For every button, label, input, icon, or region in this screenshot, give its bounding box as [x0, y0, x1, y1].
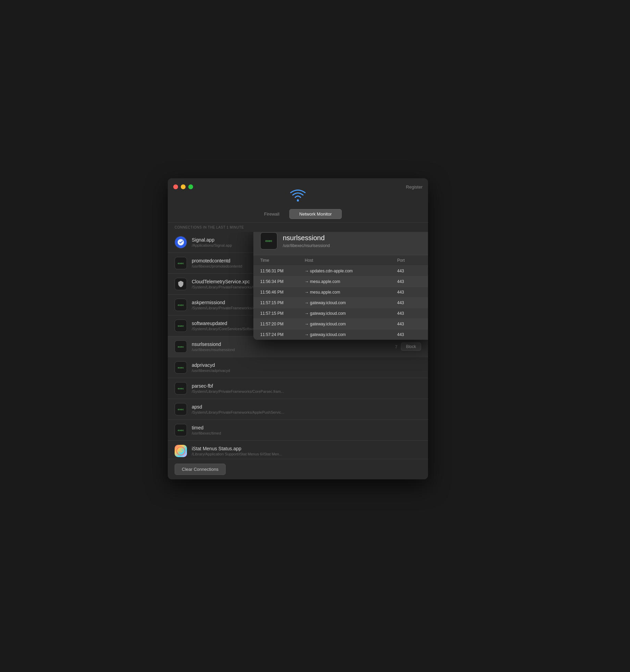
- detail-popup: exec nsurlsessiond /usr/libexec/nsurlses…: [253, 232, 428, 340]
- table-row: 11:57:20 PM → gateway.icloud.com 443: [253, 319, 428, 329]
- table-row: 11:56:46 PM → mesu.apple.com 443: [253, 287, 428, 298]
- table-row: 11:56:31 PM → updates.cdn-apple.com 443: [253, 266, 428, 276]
- col-header-time: Time: [260, 258, 305, 263]
- col-header-port: Port: [397, 258, 425, 263]
- app-icon-askpermissiond: exec: [175, 299, 187, 311]
- app-name: parsec-fbf: [192, 383, 421, 389]
- row-host: → gateway.icloud.com: [305, 332, 397, 337]
- row-port: 443: [397, 332, 425, 337]
- row-host: → updates.cdn-apple.com: [305, 269, 397, 273]
- row-time: 11:57:24 PM: [260, 332, 305, 337]
- app-path: /usr/libexec/nsurlsessiond: [192, 348, 395, 352]
- app-name: iStat Menus Status.app: [192, 446, 421, 451]
- list-item[interactable]: exec timed /usr/libexec/timed: [168, 420, 428, 441]
- clear-connections-button[interactable]: Clear Connections: [175, 464, 226, 475]
- app-icon-nsurlsessiond: exec: [175, 340, 187, 353]
- col-header-host: Host: [305, 258, 397, 263]
- app-name: adprivacyd: [192, 362, 421, 368]
- row-port: 443: [397, 311, 425, 316]
- app-path: /System/Library/PrivateFrameworks/AppleP…: [192, 410, 421, 414]
- app-path: /usr/libexec/timed: [192, 431, 421, 435]
- app-info: parsec-fbf /System/Library/PrivateFramew…: [192, 383, 421, 393]
- wifi-icon: [289, 188, 306, 203]
- row-time: 11:56:46 PM: [260, 290, 305, 295]
- connections-list: Signal.app /Applications/Signal.app 1 Bl…: [168, 232, 428, 459]
- app-path: /usr/libexec/adprivacyd: [192, 369, 421, 373]
- app-name: apsd: [192, 404, 421, 410]
- table-row: 11:56:34 PM → mesu.apple.com 443: [253, 276, 428, 287]
- fullscreen-button[interactable]: [188, 184, 193, 189]
- title-bar: Register: [168, 178, 428, 209]
- app-icon-signal: [175, 236, 187, 248]
- row-time: 11:57:15 PM: [260, 300, 305, 305]
- row-time: 11:56:31 PM: [260, 269, 305, 273]
- tab-network-monitor[interactable]: Network Monitor: [289, 209, 342, 219]
- close-button[interactable]: [173, 184, 178, 189]
- row-port: 443: [397, 269, 425, 273]
- app-info: adprivacyd /usr/libexec/adprivacyd: [192, 362, 421, 373]
- table-row: 11:57:15 PM → gateway.icloud.com 443: [253, 308, 428, 319]
- row-time: 11:56:34 PM: [260, 279, 305, 284]
- block-button[interactable]: Block: [401, 343, 421, 351]
- app-info: apsd /System/Library/PrivateFrameworks/A…: [192, 404, 421, 414]
- app-info: timed /usr/libexec/timed: [192, 425, 421, 435]
- bottom-bar: Clear Connections: [168, 459, 428, 479]
- row-host: → gateway.icloud.com: [305, 311, 397, 316]
- row-host: → gateway.icloud.com: [305, 322, 397, 326]
- connections-header: CONNECTIONS IN THE LAST 1 MINUTE: [168, 222, 428, 232]
- app-path: /Library/Application Support/iStat Menus…: [192, 452, 421, 456]
- popup-table-header: Time Host Port: [253, 255, 428, 266]
- row-time: 11:57:15 PM: [260, 311, 305, 316]
- popup-app-info: nsurlsessiond /usr/libexec/nsurlsessiond: [283, 234, 425, 248]
- row-time: 11:57:20 PM: [260, 322, 305, 326]
- app-icon-timed: exec: [175, 424, 187, 436]
- register-button[interactable]: Register: [406, 184, 423, 190]
- row-host: → mesu.apple.com: [305, 279, 397, 284]
- app-path: /System/Library/PrivateFrameworks/CorePa…: [192, 389, 421, 393]
- row-port: 443: [397, 290, 425, 295]
- connection-actions: 7 Block: [395, 343, 421, 351]
- row-port: 443: [397, 300, 425, 305]
- app-icon-cloudtelemetry: [175, 278, 187, 290]
- list-item[interactable]: exec apsd /System/Library/PrivateFramewo…: [168, 399, 428, 420]
- app-icon-parsec: exec: [175, 382, 187, 395]
- app-name: timed: [192, 425, 421, 430]
- main-window: Register Firewall Network Monitor CONNEC…: [168, 178, 428, 479]
- list-item[interactable]: exec parsec-fbf /System/Library/PrivateF…: [168, 378, 428, 399]
- list-item[interactable]: iStat Menus Status.app /Library/Applicat…: [168, 441, 428, 459]
- popup-app-name: nsurlsessiond: [283, 234, 425, 242]
- tab-firewall[interactable]: Firewall: [254, 209, 289, 219]
- row-port: 443: [397, 322, 425, 326]
- row-port: 443: [397, 279, 425, 284]
- app-icon-adprivacyd: exec: [175, 361, 187, 374]
- svg-point-0: [297, 199, 299, 202]
- app-icon-promotedcontentd: exec: [175, 257, 187, 269]
- traffic-lights: [173, 184, 193, 189]
- app-icon-apsd: exec: [175, 403, 187, 415]
- app-icon-istat: [175, 445, 187, 457]
- popup-app-path: /usr/libexec/nsurlsessiond: [283, 243, 425, 248]
- app-name: nsurlsessiond: [192, 341, 395, 347]
- app-info: iStat Menus Status.app /Library/Applicat…: [192, 446, 421, 456]
- table-row: 11:57:24 PM → gateway.icloud.com 443: [253, 329, 428, 340]
- popup-app-icon: exec: [260, 232, 277, 249]
- popup-table-body: 11:56:31 PM → updates.cdn-apple.com 443 …: [253, 266, 428, 340]
- tabs-bar: Firewall Network Monitor: [168, 209, 428, 222]
- popup-header: exec nsurlsessiond /usr/libexec/nsurlses…: [253, 232, 428, 255]
- app-icon-softwareupdated: exec: [175, 320, 187, 332]
- list-item[interactable]: exec adprivacyd /usr/libexec/adprivacyd: [168, 357, 428, 378]
- app-info: nsurlsessiond /usr/libexec/nsurlsessiond: [192, 341, 395, 352]
- row-host: → gateway.icloud.com: [305, 300, 397, 305]
- minimize-button[interactable]: [181, 184, 186, 189]
- table-row: 11:57:15 PM → gateway.icloud.com 443: [253, 298, 428, 308]
- list-item-nsurlsessiond[interactable]: exec nsurlsessiond /usr/libexec/nsurlses…: [168, 336, 428, 357]
- row-host: → mesu.apple.com: [305, 290, 397, 295]
- connection-count: 7: [395, 344, 397, 349]
- desktop: Register Firewall Network Monitor CONNEC…: [158, 168, 473, 504]
